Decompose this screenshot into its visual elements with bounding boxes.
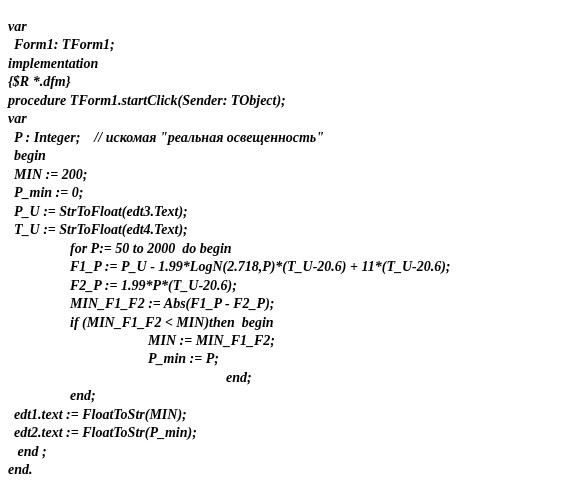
code-line: edt2.text := FloatToStr(P_min); bbox=[8, 424, 560, 442]
code-line: MIN_F1_F2 := Abs(F1_P - F2_P); bbox=[8, 295, 560, 313]
code-line: end. bbox=[8, 461, 560, 479]
code-line: begin bbox=[8, 147, 560, 165]
code-line: MIN := MIN_F1_F2; bbox=[8, 332, 560, 350]
code-line: T_U := StrToFloat(edt4.Text); bbox=[8, 221, 560, 239]
code-line: Form1: TForm1; bbox=[8, 36, 560, 54]
code-line: end ; bbox=[8, 443, 560, 461]
code-line: implementation bbox=[8, 55, 560, 73]
code-line: {$R *.dfm} bbox=[8, 73, 560, 91]
code-line: end; bbox=[8, 369, 560, 387]
code-line: F1_P := P_U - 1.99*LogN(2.718,P)*(T_U-20… bbox=[8, 258, 560, 276]
code-line: if (MIN_F1_F2 < MIN)then begin bbox=[8, 314, 560, 332]
code-line: P_min := 0; bbox=[8, 184, 560, 202]
code-block: varForm1: TForm1;implementation{$R *.dfm… bbox=[8, 18, 560, 480]
code-line: F2_P := 1.99*P*(T_U-20.6); bbox=[8, 277, 560, 295]
code-line: P_U := StrToFloat(edt3.Text); bbox=[8, 203, 560, 221]
code-line: procedure TForm1.startClick(Sender: TObj… bbox=[8, 92, 560, 110]
code-line: MIN := 200; bbox=[8, 166, 560, 184]
code-line: end; bbox=[8, 387, 560, 405]
code-line: P : Integer; // искомая "реальная освеще… bbox=[8, 129, 560, 147]
code-line: P_min := P; bbox=[8, 350, 560, 368]
code-line: for P:= 50 to 2000 do begin bbox=[8, 240, 560, 258]
code-line: edt1.text := FloatToStr(MIN); bbox=[8, 406, 560, 424]
code-line: var bbox=[8, 18, 560, 36]
code-line: var bbox=[8, 110, 560, 128]
